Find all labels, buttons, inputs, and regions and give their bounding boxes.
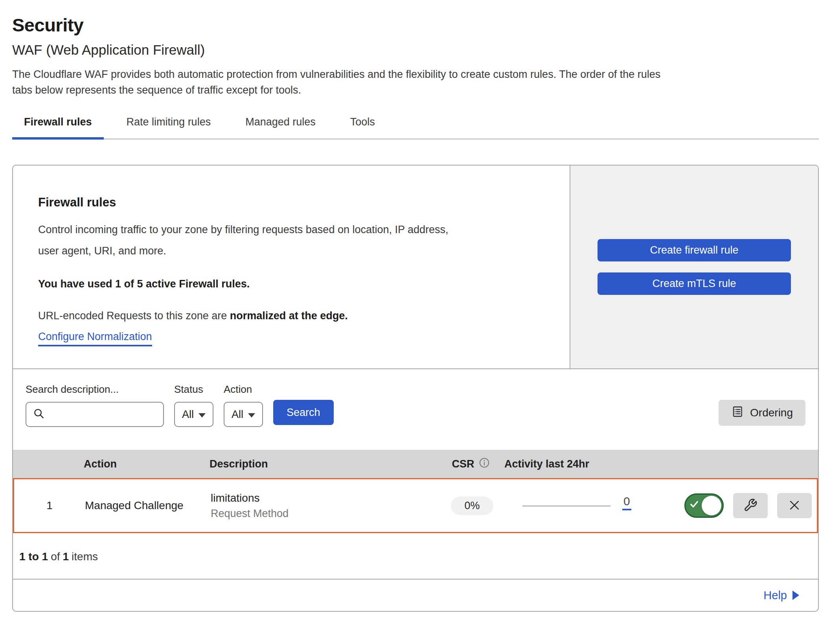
- ordering-list-icon: [731, 405, 744, 421]
- csr-badge: 0%: [451, 497, 493, 515]
- help-link[interactable]: Help: [763, 589, 799, 602]
- activity-count-link[interactable]: 0: [622, 495, 631, 510]
- panel-heading: Firewall rules: [38, 195, 542, 210]
- description-column-header: Description: [210, 458, 438, 470]
- firewall-rules-card: Firewall rules Control incoming traffic …: [12, 165, 819, 612]
- filter-bar: Search description... Status All: [13, 368, 818, 450]
- toggle-knob: [702, 496, 721, 515]
- csr-header-label: CSR: [452, 458, 474, 470]
- page-intro: The Cloudflare WAF provides both automat…: [12, 66, 819, 98]
- rules-table-header: Action Description CSR Activity last 24h…: [13, 450, 818, 478]
- rule-csr-cell: 0%: [439, 497, 506, 515]
- firewall-rules-summary: Firewall rules Control incoming traffic …: [13, 166, 570, 368]
- delete-rule-button[interactable]: [777, 493, 812, 518]
- ordering-button-label: Ordering: [750, 407, 793, 419]
- waf-tab-bar: Firewall rules Rate limiting rules Manag…: [12, 116, 819, 140]
- rule-description: limitations Request Method: [211, 492, 439, 520]
- action-selected-value: All: [232, 408, 243, 421]
- create-rule-actions: Create firewall rule Create mTLS rule: [570, 166, 818, 368]
- tab-tools[interactable]: Tools: [338, 116, 387, 138]
- chevron-down-icon: [199, 413, 206, 418]
- action-select[interactable]: All: [224, 402, 263, 427]
- create-firewall-rule-button[interactable]: Create firewall rule: [598, 239, 791, 261]
- items-of: of: [51, 550, 60, 563]
- help-link-label: Help: [763, 589, 787, 602]
- search-group: Search description...: [26, 383, 164, 427]
- rule-controls: [678, 493, 817, 518]
- items-total: 1: [63, 550, 69, 563]
- normalization-text: URL-encoded Requests to this zone are no…: [38, 310, 542, 322]
- status-selected-value: All: [182, 408, 194, 421]
- configure-normalization-link[interactable]: Configure Normalization: [38, 331, 152, 346]
- arrow-right-icon: [792, 591, 799, 600]
- rule-activity-cell: 0: [506, 495, 678, 516]
- items-word: items: [72, 550, 98, 563]
- edit-rule-button[interactable]: [733, 493, 768, 518]
- close-icon: [788, 499, 801, 513]
- rule-description-title: limitations: [211, 492, 439, 504]
- status-label: Status: [174, 383, 213, 396]
- activity-column-header: Activity last 24hr: [504, 458, 677, 470]
- rule-action: Managed Challenge: [85, 499, 211, 512]
- action-column-header: Action: [84, 458, 210, 470]
- rule-priority: 1: [14, 499, 85, 512]
- search-button[interactable]: Search: [273, 400, 334, 425]
- ordering-button[interactable]: Ordering: [719, 400, 805, 426]
- search-icon: [33, 407, 45, 421]
- rule-description-expression: Request Method: [211, 508, 439, 520]
- wrench-icon: [743, 498, 757, 513]
- search-label: Search description...: [26, 383, 164, 396]
- normalization-text-bold: normalized at the edge.: [230, 310, 348, 322]
- action-filter-group: Action All: [224, 383, 263, 427]
- security-waf-page: Security WAF (Web Application Firewall) …: [0, 0, 831, 612]
- search-field[interactable]: [26, 402, 164, 427]
- status-select[interactable]: All: [174, 402, 213, 427]
- tab-firewall-rules[interactable]: Firewall rules: [12, 116, 104, 138]
- normalization-text-normal: URL-encoded Requests to this zone are: [38, 310, 230, 322]
- tab-rate-limiting-rules[interactable]: Rate limiting rules: [115, 116, 223, 138]
- create-mtls-rule-button[interactable]: Create mTLS rule: [598, 272, 791, 295]
- status-filter-group: Status All: [174, 383, 213, 427]
- rule-enabled-toggle[interactable]: [684, 493, 724, 518]
- tab-managed-rules[interactable]: Managed rules: [233, 116, 327, 138]
- pagination-summary: 1 to 1of1items: [13, 533, 818, 580]
- csr-column-header: CSR: [438, 457, 504, 471]
- info-icon[interactable]: [478, 457, 490, 471]
- page-subtitle: WAF (Web Application Firewall): [12, 42, 819, 58]
- chevron-down-icon: [248, 413, 255, 418]
- items-range: 1 to 1: [19, 550, 48, 563]
- activity-sparkline: [522, 506, 610, 506]
- search-input[interactable]: [45, 403, 163, 426]
- firewall-rule-row: 1 Managed Challenge limitations Request …: [13, 478, 818, 533]
- firewall-rules-overview: Firewall rules Control incoming traffic …: [13, 166, 818, 368]
- panel-description: Control incoming traffic to your zone by…: [38, 219, 542, 261]
- page-title: Security: [12, 14, 819, 36]
- card-footer: Help: [13, 580, 818, 611]
- check-icon: [689, 499, 700, 513]
- usage-text: You have used 1 of 5 active Firewall rul…: [38, 278, 542, 290]
- action-label: Action: [224, 383, 263, 396]
